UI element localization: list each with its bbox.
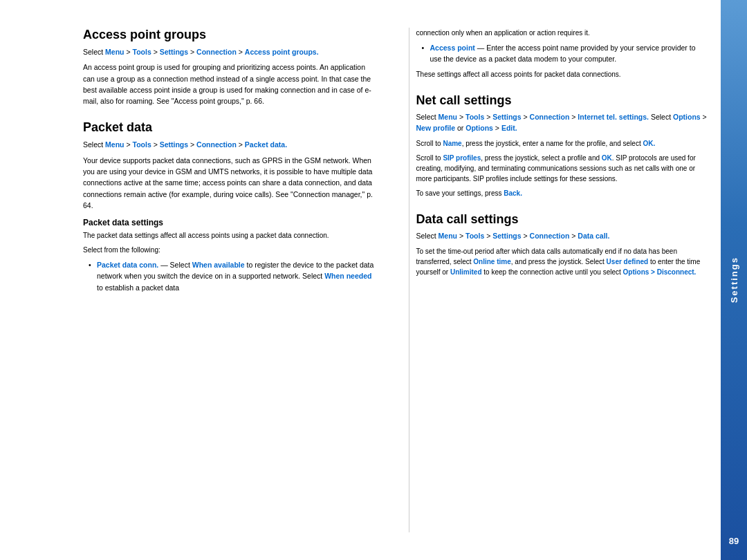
bullet-access-point: Access point — Enter the access point na… (422, 42, 708, 65)
access-point-bullet-list: Access point — Enter the access point na… (422, 42, 708, 65)
nav-connection-link-4[interactable]: Connection (530, 232, 570, 240)
sidebar-label: Settings (729, 256, 739, 303)
data-call-body: To set the time-out period after which d… (416, 246, 708, 277)
access-point-groups-title: Access point groups (83, 28, 374, 43)
packet-data-bullet-list: Packet data conn. — Select When availabl… (89, 259, 374, 293)
affect-all-text: These settings affect all access points … (416, 69, 708, 80)
nav-internet-tel-link[interactable]: Internet tel. settings. (578, 113, 649, 121)
name-link[interactable]: Name (443, 140, 461, 147)
access-point-link[interactable]: Access point (430, 44, 475, 52)
nav-menu-link-2[interactable]: Menu (105, 140, 124, 149)
packet-data-nav: Select Menu > Tools > Settings > Connect… (83, 140, 374, 151)
sidebar: Settings 89 (721, 0, 747, 560)
nav-new-profile-link[interactable]: New profile (416, 124, 456, 132)
nav-tools-link[interactable]: Tools (133, 48, 151, 56)
data-call-settings-title: Data call settings (416, 212, 708, 227)
bullet-packet-data-conn: Packet data conn. — Select When availabl… (89, 259, 374, 293)
packet-data-conn-link[interactable]: Packet data conn. (97, 261, 158, 269)
nav-menu-link[interactable]: Menu (105, 48, 124, 56)
net-call-scroll-sip: Scroll to SIP profiles, press the joysti… (416, 153, 708, 184)
unlimited-link[interactable]: Unlimited (450, 268, 482, 276)
nav-options-link-2[interactable]: Options (465, 124, 493, 132)
nav-settings-link[interactable]: Settings (160, 48, 188, 56)
when-needed-link[interactable]: When needed (324, 272, 371, 280)
select-from-following-label: Select from the following: (83, 245, 374, 255)
page-container: Access point groups Select Menu > Tools … (0, 0, 747, 560)
right-column: connection only when an application or a… (409, 28, 708, 532)
user-defined-link[interactable]: User defined (607, 258, 649, 265)
data-call-settings-nav: Select Menu > Tools > Settings > Connect… (416, 231, 708, 242)
nav-options-link[interactable]: Options (673, 113, 701, 121)
nav-access-point-groups-link[interactable]: Access point groups. (245, 48, 319, 56)
access-point-groups-body: An access point group is used for groupi… (83, 62, 374, 106)
nav-menu-link-4[interactable]: Menu (439, 232, 457, 240)
nav-tools-link-4[interactable]: Tools (465, 232, 484, 240)
packet-data-settings-subtitle: Packet data settings (83, 218, 374, 227)
back-link[interactable]: Back. (504, 189, 522, 197)
content-area: Access point groups Select Menu > Tools … (0, 0, 721, 560)
ok-link[interactable]: OK. (643, 140, 655, 147)
net-call-save-text: To save your settings, press Back. (416, 188, 708, 198)
ok-link-2[interactable]: OK (602, 154, 612, 162)
when-available-link[interactable]: When available (192, 261, 245, 269)
nav-connection-link-2[interactable]: Connection (196, 140, 237, 149)
nav-connection-link-3[interactable]: Connection (530, 113, 570, 121)
section-data-call-settings: Data call settings Select Menu > Tools >… (416, 212, 708, 277)
nav-packet-data-link[interactable]: Packet data. (245, 140, 287, 149)
options-disconnect-link[interactable]: Options > Disconnect. (623, 268, 697, 276)
online-time-link[interactable]: Online time (473, 258, 510, 265)
packet-data-title: Packet data (83, 120, 374, 136)
nav-edit-link[interactable]: Edit. (501, 124, 517, 132)
net-call-scroll-name: Scroll to Name, press the joystick, ente… (416, 138, 708, 149)
nav-settings-link-2[interactable]: Settings (160, 140, 188, 149)
section-access-point-groups: Access point groups Select Menu > Tools … (83, 28, 374, 106)
nav-tools-link-3[interactable]: Tools (465, 113, 484, 121)
left-column: Access point groups Select Menu > Tools … (83, 28, 388, 532)
nav-data-call-link[interactable]: Data call. (578, 232, 609, 240)
continuation-text: connection only when an application or a… (416, 28, 708, 38)
nav-settings-link-4[interactable]: Settings (492, 232, 521, 240)
page-number: 89 (729, 536, 739, 546)
nav-connection-link[interactable]: Connection (196, 48, 237, 56)
sip-profiles-link[interactable]: SIP profiles (443, 154, 481, 162)
net-call-settings-nav: Select Menu > Tools > Settings > Connect… (416, 112, 708, 134)
packet-data-settings-body: The packet data settings affect all acce… (83, 230, 374, 241)
nav-menu-link-3[interactable]: Menu (439, 113, 457, 121)
access-point-groups-nav: Select Menu > Tools > Settings > Connect… (83, 47, 374, 58)
section-net-call-settings: Net call settings Select Menu > Tools > … (416, 93, 708, 198)
section-packet-data: Packet data Select Menu > Tools > Settin… (83, 120, 374, 292)
packet-data-body: Your device supports packet data connect… (83, 155, 374, 211)
nav-tools-link-2[interactable]: Tools (133, 140, 151, 149)
nav-settings-link-3[interactable]: Settings (492, 113, 521, 121)
net-call-settings-title: Net call settings (416, 93, 708, 109)
